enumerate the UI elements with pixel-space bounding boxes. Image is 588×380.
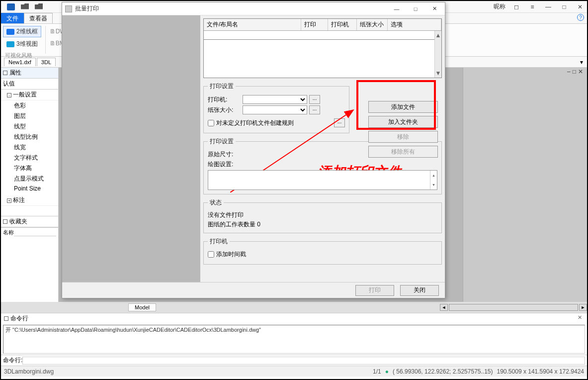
help-icon[interactable]: ?	[577, 14, 584, 21]
add-timestamp-checkbox[interactable]	[208, 251, 214, 258]
col-options[interactable]: 选项	[388, 19, 441, 30]
print-settings-legend: 打印设置	[208, 82, 236, 91]
add-timestamp-label: 添加时间戳	[216, 250, 246, 259]
col-filename[interactable]: 文件/布局名	[204, 19, 301, 30]
dialog-footer: 打印 关闭	[62, 282, 445, 298]
remove-all-button[interactable]: 移除所有	[368, 146, 438, 158]
prop-layer[interactable]: 图层	[1, 111, 58, 121]
favorites-name-row: 名称	[1, 227, 58, 237]
remove-button[interactable]: 移除	[368, 131, 438, 143]
status-no-file: 没有文件打印	[208, 211, 437, 219]
right-floating-panel: – □ ✕	[463, 68, 587, 302]
tab-file[interactable]: 文件	[1, 13, 24, 23]
prop-lineweight[interactable]: 线宽	[1, 142, 58, 153]
panel-max-icon[interactable]: □	[573, 68, 576, 75]
draw-config-area[interactable]: ▲▼	[208, 170, 437, 190]
dialog-minimize-icon[interactable]: —	[389, 4, 404, 14]
prop-pointstyle[interactable]: 点显示模式	[1, 174, 58, 184]
rule-browse-button[interactable]: ...	[334, 118, 345, 127]
app-logo-icon	[7, 3, 15, 10]
properties-panel: 属性 认值 - 一般设置 色彩 图层 线型 线型比例 线宽 文字样式 字体高 点…	[1, 68, 59, 302]
fav-name-field[interactable]	[14, 229, 56, 236]
panel-icon	[3, 71, 7, 75]
doc-tab-new1[interactable]: New1.dxf	[4, 58, 36, 66]
layout-tabs-bar: Model ◄ ►	[1, 302, 587, 313]
hscroll-left-icon[interactable]: ◄	[440, 304, 448, 311]
status-group: 状态 没有文件打印 图纸的工作表数量 0	[203, 198, 442, 233]
panel-min-icon[interactable]: –	[567, 68, 571, 75]
tab-viewer[interactable]: 查看器	[24, 13, 53, 23]
cmd-icon	[4, 316, 8, 321]
table-scrollbar[interactable]: ▲▼	[434, 31, 441, 78]
col-print[interactable]: 打印	[301, 19, 328, 30]
dialog-icon	[65, 5, 72, 12]
nickname-label: 昵称	[494, 2, 505, 11]
paper-size-select[interactable]	[243, 105, 307, 114]
open-icon[interactable]	[35, 3, 43, 9]
dialog-maximize-icon[interactable]: □	[408, 4, 423, 14]
prop-group-annotation[interactable]: + 标注	[1, 195, 58, 206]
printer-label: 打印机:	[208, 95, 243, 104]
prop-textstyle[interactable]: 文字样式	[1, 153, 58, 163]
prop-linetype[interactable]: 线型	[1, 121, 58, 132]
status-filename: 3DLamborgini.dwg	[4, 368, 54, 375]
dialog-title: 批量打印	[75, 4, 99, 13]
col-paper[interactable]: 纸张大小	[357, 19, 388, 30]
status-page: 1/1	[373, 368, 381, 375]
properties-title: 属性	[1, 68, 58, 79]
dialog-content: 文件/布局名 打印 打印机 纸张大小 选项 ▲▼ 打印设置 打印机: ...	[200, 15, 445, 282]
maximize-icon[interactable]: □	[559, 3, 569, 11]
dialog-close-button[interactable]: 关闭	[400, 285, 439, 296]
printer-group-legend: 打印机	[208, 237, 230, 246]
prop-textheight[interactable]: 字体高	[1, 163, 58, 174]
orig-size-label: 原始尺寸:	[208, 150, 243, 159]
doc-tab-3dl[interactable]: 3DL	[37, 58, 56, 66]
fav-name-label: 名称	[3, 229, 14, 236]
tabs-collapse-icon[interactable]: ▾	[580, 59, 583, 66]
printer-browse-button[interactable]: ...	[309, 95, 320, 104]
panel-close-icon[interactable]: ✕	[578, 68, 583, 75]
undefined-printer-rule-checkbox[interactable]	[208, 120, 214, 126]
status-legend: 状态	[208, 198, 224, 207]
command-panel-close-icon[interactable]: ✕	[578, 314, 582, 321]
layout-tab-model[interactable]: Model	[128, 303, 156, 311]
command-panel: 命令行 ✕ 开 "C:\Users\Administrator\AppData\…	[1, 313, 587, 366]
paper-browse-button[interactable]: ...	[309, 105, 320, 114]
prop-pointsize[interactable]: Point Size	[1, 184, 58, 193]
col-printer[interactable]: 打印机	[328, 19, 357, 30]
spin-up-icon[interactable]: ▲	[430, 171, 437, 180]
add-file-button[interactable]: 添加文件	[368, 101, 438, 113]
fav-icon	[3, 219, 7, 224]
view-2d-wireframe-button[interactable]: 2维线框	[3, 26, 41, 37]
inbox-icon[interactable]: ◻	[511, 3, 521, 11]
file-table-body[interactable]: ▲▼	[204, 31, 441, 78]
hscroll-right-icon[interactable]: ►	[579, 304, 587, 311]
dialog-print-button[interactable]: 打印	[355, 285, 394, 296]
new-icon[interactable]	[21, 3, 29, 9]
table-row[interactable]	[204, 31, 441, 40]
expand-icon: +	[7, 198, 11, 203]
view-3d-button[interactable]: 3维视图	[3, 38, 41, 50]
wireframe-2d-icon	[6, 29, 14, 35]
prop-group-general[interactable]: - 一般设置	[1, 90, 58, 100]
command-input[interactable]	[22, 357, 585, 365]
prop-linescale[interactable]: 线型比例	[1, 132, 58, 142]
view-3d-icon	[6, 41, 14, 47]
printer-select[interactable]	[243, 95, 307, 104]
minimize-icon[interactable]: —	[543, 3, 553, 11]
prop-color[interactable]: 色彩	[1, 100, 58, 111]
spin-down-icon[interactable]: ▼	[430, 180, 437, 190]
dialog-close-icon[interactable]: ✕	[427, 4, 442, 14]
status-sheet-count: 图纸的工作表数量 0	[208, 220, 437, 229]
command-panel-title: 命令行	[10, 314, 28, 323]
file-buttons-column: 添加文件 加入文件夹 移除 移除所有	[368, 101, 440, 161]
hscroll-track[interactable]	[449, 304, 578, 311]
dialog-preview-pane	[62, 15, 200, 282]
undefined-printer-rule-label: 对未定义打印机文件创建规则	[216, 119, 294, 127]
print-settings-group: 打印设置 打印机: ... 纸张大小: ... 对未定义打印机文件创建规则 ..…	[203, 82, 349, 133]
close-icon[interactable]: ✕	[575, 3, 585, 11]
add-folder-button[interactable]: 加入文件夹	[368, 116, 438, 128]
properties-default: 认值	[1, 79, 58, 90]
menu-icon[interactable]: ≡	[527, 3, 537, 11]
dialog-titlebar: 批量打印 — □ ✕	[62, 2, 445, 15]
